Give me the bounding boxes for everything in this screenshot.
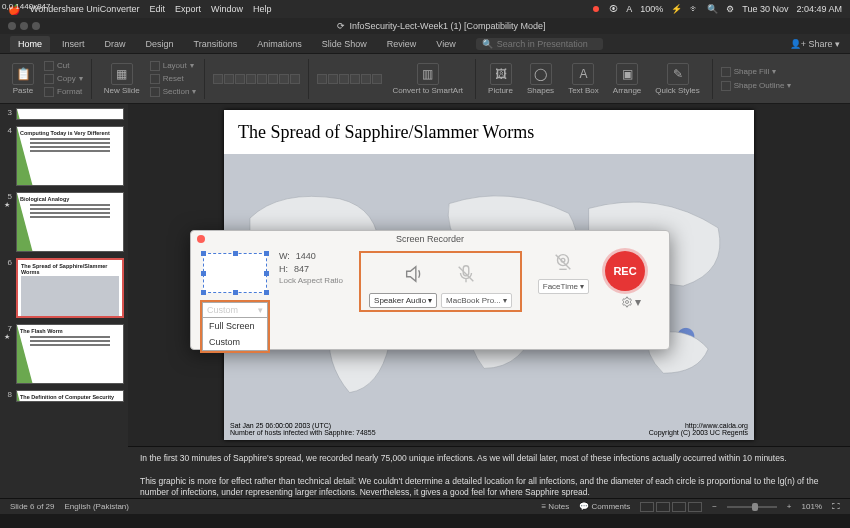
width-value[interactable]: 1440 [296, 251, 316, 261]
tab-animations[interactable]: Animations [249, 36, 310, 52]
tab-view[interactable]: View [428, 36, 463, 52]
speaker-notes[interactable]: In the first 30 minutes of Sapphire's sp… [128, 446, 850, 498]
textbox-button[interactable]: AText Box [564, 63, 603, 95]
svg-point-5 [626, 301, 629, 304]
thumb-number: 8 [4, 390, 12, 399]
svg-point-2 [558, 255, 569, 266]
speaker-audio-dropdown[interactable]: Speaker Audio ▾ [369, 293, 437, 308]
slide-thumbnail[interactable]: Computing Today is Very Different [16, 126, 124, 186]
status-bar: Slide 6 of 29 English (Pakistan) ≡ Notes… [0, 498, 850, 514]
search-input[interactable] [497, 39, 597, 49]
slide-thumbnail-panel[interactable]: 3 4Computing Today is Very Different 5★B… [0, 104, 128, 498]
tab-slideshow[interactable]: Slide Show [314, 36, 375, 52]
audio-source-group: Speaker Audio ▾ MacBook Pro... ▾ [359, 251, 522, 312]
menu-export[interactable]: Export [175, 4, 201, 14]
battery-percent: 100% [640, 4, 663, 14]
new-slide-button[interactable]: ▦New Slide [100, 63, 144, 95]
language-indicator[interactable]: English (Pakistan) [64, 502, 128, 511]
menubar-date[interactable]: Tue 30 Nov [742, 4, 788, 14]
wifi-icon[interactable]: ᯤ [690, 4, 699, 14]
tab-insert[interactable]: Insert [54, 36, 93, 52]
slide-timestamp: Sat Jan 25 06:00:00 2003 (UTC) [230, 422, 331, 429]
cut-button[interactable]: Cut [44, 60, 83, 72]
section-button[interactable]: Section ▾ [150, 86, 197, 98]
search-in-presentation[interactable]: 🔍 [476, 38, 603, 50]
fit-to-window-button[interactable]: ⛶ [832, 502, 840, 511]
slide-thumbnail[interactable]: The Flash Worm [16, 324, 124, 384]
ribbon-tabs: Home Insert Draw Design Transitions Anim… [0, 34, 850, 54]
slide-thumbnail[interactable]: Biological Analogy [16, 192, 124, 252]
document-title: InfoSecurity-Lect-Week1 (1) [Compatibili… [350, 21, 546, 31]
animation-star-icon: ★ [4, 201, 12, 209]
capture-size-dropdown[interactable]: Custom▾ Full Screen Custom [200, 300, 270, 353]
share-button[interactable]: 👤+ Share ▾ [790, 39, 840, 49]
slide-thumbnail[interactable] [16, 108, 124, 120]
tab-review[interactable]: Review [379, 36, 425, 52]
slide-title: The Spread of Sapphire/Slammer Worms [224, 110, 754, 154]
shape-fill-button[interactable]: Shape Fill ▾ [721, 66, 792, 78]
webcam-dropdown[interactable]: FaceTime ▾ [538, 279, 589, 294]
width-label: W: [279, 251, 290, 261]
paste-button[interactable]: 📋Paste [8, 63, 38, 95]
shape-outline-button[interactable]: Shape Outline ▾ [721, 80, 792, 92]
window-traffic-lights[interactable] [8, 22, 40, 30]
menu-edit[interactable]: Edit [149, 4, 165, 14]
microphone-icon[interactable] [455, 263, 477, 285]
paragraph-controls[interactable] [317, 74, 382, 84]
view-mode-buttons[interactable] [640, 502, 702, 512]
record-button[interactable]: REC [605, 251, 645, 291]
zoom-out-button[interactable]: − [712, 502, 717, 511]
shapes-button[interactable]: ◯Shapes [523, 63, 558, 95]
menu-window[interactable]: Window [211, 4, 243, 14]
search-icon[interactable]: 🔍 [707, 4, 718, 14]
capture-area-preview[interactable] [203, 253, 267, 293]
height-label: H: [279, 264, 288, 274]
slide-counter[interactable]: Slide 6 of 29 [10, 502, 54, 511]
corner-dimensions-overlay: 0,0 1440x847 [2, 2, 51, 11]
layout-button[interactable]: Layout ▾ [150, 60, 197, 72]
tab-design[interactable]: Design [138, 36, 182, 52]
recorder-settings-button[interactable]: ▾ [621, 295, 641, 309]
quick-styles-button[interactable]: ✎Quick Styles [651, 63, 703, 95]
font-controls[interactable] [213, 74, 300, 84]
ribbon-body: 📋Paste Cut Copy ▾ Format ▦New Slide Layo… [0, 54, 850, 104]
arrange-button[interactable]: ▣Arrange [609, 63, 645, 95]
size-option-custom[interactable]: Custom [203, 334, 267, 350]
zoom-level[interactable]: 101% [802, 502, 822, 511]
tab-draw[interactable]: Draw [97, 36, 134, 52]
tab-home[interactable]: Home [10, 36, 50, 52]
notes-toggle[interactable]: ≡ Notes [541, 502, 569, 511]
system-icon[interactable]: A [626, 4, 632, 14]
webcam-icon[interactable] [552, 251, 574, 273]
copy-button[interactable]: Copy ▾ [44, 73, 83, 85]
picture-button[interactable]: 🖼Picture [484, 63, 517, 95]
system-icon[interactable]: ⦿ [609, 4, 618, 14]
zoom-slider[interactable] [727, 506, 777, 508]
menu-help[interactable]: Help [253, 4, 272, 14]
lock-aspect-ratio-button[interactable]: Lock Aspect Ratio [279, 277, 343, 286]
search-icon: 🔍 [482, 39, 493, 49]
size-option-fullscreen[interactable]: Full Screen [203, 318, 267, 334]
tab-transitions[interactable]: Transitions [186, 36, 246, 52]
speaker-icon[interactable] [403, 263, 425, 285]
screen-record-indicator[interactable] [593, 4, 601, 14]
slide-thumbnail[interactable]: The Definition of Computer Security [16, 390, 124, 402]
zoom-in-button[interactable]: + [787, 502, 792, 511]
slide-thumbnail-active[interactable]: The Spread of Sapphire/Slammer Worms [16, 258, 124, 318]
comments-toggle[interactable]: 💬 Comments [579, 502, 630, 511]
microphone-dropdown[interactable]: MacBook Pro... ▾ [441, 293, 512, 308]
height-value[interactable]: 847 [294, 264, 309, 274]
autosave-icon[interactable]: ⟳ [337, 21, 345, 31]
close-icon[interactable] [197, 235, 205, 243]
capture-size-selected[interactable]: Custom▾ [202, 302, 268, 318]
reset-button[interactable]: Reset [150, 73, 197, 85]
format-painter-button[interactable]: Format [44, 86, 83, 98]
menubar-time[interactable]: 2:04:49 AM [796, 4, 842, 14]
window-titlebar: ⟳ InfoSecurity-Lect-Week1 (1) [Compatibi… [0, 18, 850, 34]
thumb-number: 6 [4, 258, 12, 267]
notes-paragraph: This graphic is more for effect rather t… [140, 476, 838, 498]
slide-url: http://www.caida.org [685, 422, 748, 429]
animation-star-icon: ★ [4, 333, 12, 341]
convert-smartart-button[interactable]: ▥Convert to SmartArt [388, 63, 467, 95]
control-center-icon[interactable]: ⚙ [726, 4, 734, 14]
